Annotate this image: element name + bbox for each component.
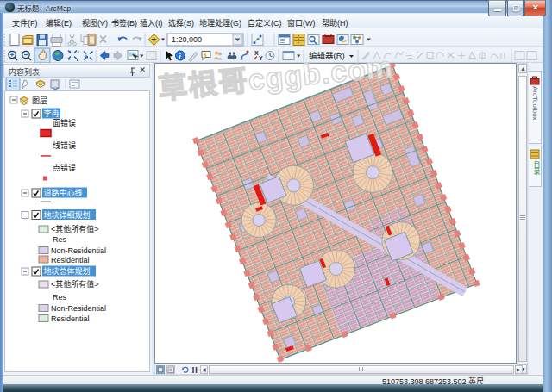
svg-text:线错误: 线错误 [53, 140, 76, 150]
svg-text:<其他所有值>: <其他所有值> [51, 279, 99, 289]
svg-text:Res: Res [53, 293, 67, 302]
svg-text:面错误: 面错误 [53, 118, 76, 128]
svg-text:地块详细规划: 地块详细规划 [44, 210, 91, 220]
svg-text:李冉: 李冉 [44, 109, 60, 118]
svg-text:Residential: Residential [51, 314, 90, 323]
svg-text:Residential: Residential [51, 256, 90, 264]
svg-text:Non-Residential: Non-Residential [51, 246, 106, 255]
svg-text:点错误: 点错误 [53, 163, 76, 172]
svg-text:道路中心线: 道路中心线 [44, 188, 83, 197]
svg-text:Non-Residential: Non-Residential [51, 304, 106, 313]
svg-text:<其他所有值>: <其他所有值> [51, 224, 99, 233]
svg-text:图层: 图层 [32, 96, 47, 105]
svg-text:Res: Res [53, 235, 67, 244]
svg-text:地块总体规划: 地块总体规划 [44, 266, 91, 276]
svg-text:1:20,000: 1:20,000 [172, 35, 202, 44]
